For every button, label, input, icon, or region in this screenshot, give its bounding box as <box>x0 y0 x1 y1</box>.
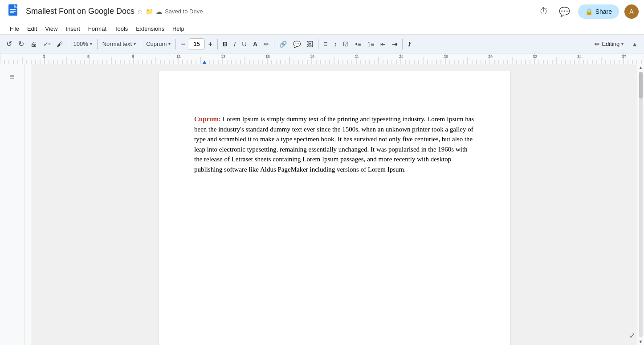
clear-format-button[interactable]: T̷ <box>405 37 414 51</box>
menu-file[interactable]: File <box>6 24 23 33</box>
style-label: Normal text <box>102 41 132 47</box>
toolbar-separator-7 <box>318 39 318 49</box>
toolbar-separator-3 <box>141 39 141 49</box>
spellcheck-button[interactable]: ✓a <box>41 37 53 51</box>
doc-content[interactable]: Cuprum: Lorem Ipsum is simply dummy text… <box>194 114 475 174</box>
bold-button[interactable]: B <box>220 37 230 51</box>
scrollbar-thumb[interactable] <box>639 72 643 99</box>
menu-insert[interactable]: Insert <box>62 24 84 33</box>
doc-title-area: Smallest Font on Google Docs ☆ 📁 ☁ Saved… <box>26 7 537 16</box>
underline-button[interactable]: U <box>239 37 249 51</box>
menu-format[interactable]: Format <box>85 24 110 33</box>
font-chevron: ▾ <box>168 41 171 46</box>
document-page: Cuprum: Lorem Ipsum is simply dummy text… <box>159 71 510 345</box>
comments-icon[interactable]: 💬 <box>556 4 573 20</box>
expand-button[interactable]: ⤢ <box>629 331 635 340</box>
indent-less-button[interactable]: ⇤ <box>378 37 388 51</box>
italic-button[interactable]: I <box>231 37 238 51</box>
body-text[interactable]: Lorem Ipsum is simply dummy text of the … <box>194 115 474 173</box>
font-size-input[interactable] <box>189 38 205 50</box>
font-label: Cuprum <box>146 41 167 47</box>
toolbar-separator-2 <box>97 39 98 49</box>
app-icon <box>5 4 21 20</box>
zoom-dropdown[interactable]: 100% ▾ <box>70 37 94 51</box>
toolbar-separator-1 <box>68 39 68 49</box>
share-button[interactable]: 🔒 Share <box>578 4 619 19</box>
comment-button[interactable]: 💬 <box>290 37 303 51</box>
paint-format-button[interactable]: 🖌 <box>54 37 65 51</box>
style-chevron: ▾ <box>134 41 136 46</box>
scrollbar-track[interactable] <box>639 72 643 337</box>
zoom-value: 100% <box>73 41 88 47</box>
menu-extensions[interactable]: Extensions <box>132 24 168 33</box>
star-icon[interactable]: ☆ <box>137 8 143 15</box>
toolbar-separator-5 <box>217 39 218 49</box>
left-sidebar: ≡ <box>0 64 25 345</box>
editing-chevron: ▾ <box>621 41 624 46</box>
indent-more-button[interactable]: ⇥ <box>389 37 400 51</box>
style-dropdown[interactable]: Normal text ▾ <box>100 37 139 51</box>
link-button[interactable]: 🔗 <box>277 37 289 51</box>
share-label: Share <box>595 8 612 15</box>
topbar: Smallest Font on Google Docs ☆ 📁 ☁ Saved… <box>0 0 644 23</box>
menu-help[interactable]: Help <box>169 24 188 33</box>
font-size-increase-button[interactable]: + <box>206 37 215 51</box>
top-right: ⏱ 💬 🔒 Share A <box>537 4 639 20</box>
left-ruler <box>25 64 32 345</box>
text-color-button[interactable]: A <box>250 37 260 51</box>
svg-rect-1 <box>8 4 17 15</box>
redo-button[interactable]: ↻ <box>16 37 27 51</box>
ruler <box>0 53 644 64</box>
doc-title-row: Smallest Font on Google Docs ☆ 📁 ☁ Saved… <box>26 7 537 16</box>
align-button[interactable]: ≡ <box>321 37 330 51</box>
toolbar: ↺ ↻ 🖨 ✓a 🖌 100% ▾ Normal text ▾ Cuprum ▾… <box>0 35 644 53</box>
menu-tools[interactable]: Tools <box>111 24 131 33</box>
folder-icon[interactable]: 📁 <box>146 8 153 15</box>
doc-area[interactable]: Cuprum: Lorem Ipsum is simply dummy text… <box>32 64 637 345</box>
main-area: ≡ Cuprum: Lorem Ipsum is simply dummy te… <box>0 64 644 345</box>
doc-title[interactable]: Smallest Font on Google Docs <box>26 7 135 16</box>
line-spacing-button[interactable]: ↕ <box>331 37 339 51</box>
undo-button[interactable]: ↺ <box>4 37 15 51</box>
menubar: File Edit View Insert Format Tools Exten… <box>0 23 644 35</box>
numbered-list-button[interactable]: 1≡ <box>365 37 377 51</box>
pencil-icon: ✏ <box>595 41 600 48</box>
font-label: Cuprum: <box>194 115 221 123</box>
ruler-canvas <box>0 53 644 64</box>
scroll-down-button[interactable]: ▼ <box>638 338 644 345</box>
menu-view[interactable]: View <box>41 24 61 33</box>
menu-edit[interactable]: Edit <box>24 24 41 33</box>
cloud-icon: ☁ <box>156 8 162 15</box>
zoom-chevron: ▾ <box>90 41 92 46</box>
history-icon[interactable]: ⏱ <box>537 4 551 19</box>
font-dropdown[interactable]: Cuprum ▾ <box>143 37 173 51</box>
svg-rect-4 <box>10 11 16 12</box>
lock-icon: 🔒 <box>585 8 593 15</box>
toolbar-separator-8 <box>402 39 403 49</box>
editing-label: Editing <box>602 41 620 47</box>
scroll-up-button[interactable]: ▲ <box>638 64 644 71</box>
checklist-button[interactable]: ☑ <box>340 37 351 51</box>
editing-dropdown[interactable]: ✏ Editing ▾ <box>590 37 628 51</box>
highlight-button[interactable]: ✏ <box>261 37 272 51</box>
svg-rect-3 <box>10 9 16 10</box>
right-scrollbar: ▲ ▼ <box>637 64 644 345</box>
toolbar-separator-4 <box>175 39 176 49</box>
bullet-list-button[interactable]: •≡ <box>352 37 363 51</box>
toolbar-separator-6 <box>274 39 274 49</box>
image-button[interactable]: 🖼 <box>304 37 316 51</box>
avatar[interactable]: A <box>624 4 639 19</box>
toolbar-collapse-button[interactable]: ▲ <box>629 37 640 51</box>
font-size-decrease-button[interactable]: − <box>178 37 187 51</box>
outline-icon[interactable]: ≡ <box>7 70 17 84</box>
svg-rect-5 <box>10 12 14 13</box>
saved-status: Saved to Drive <box>165 8 203 15</box>
print-button[interactable]: 🖨 <box>28 37 40 51</box>
